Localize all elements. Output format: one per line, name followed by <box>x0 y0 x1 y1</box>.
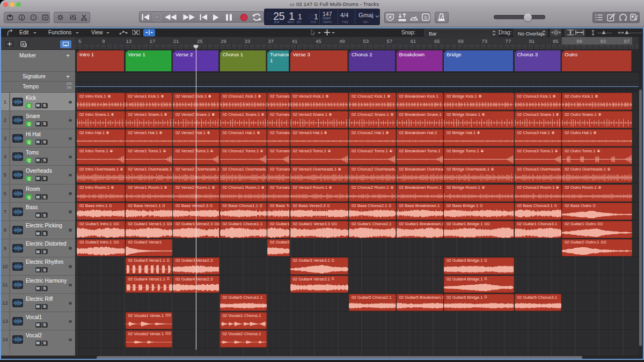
svg-text:S: S <box>424 15 427 20</box>
svg-text:?: ? <box>32 15 35 20</box>
